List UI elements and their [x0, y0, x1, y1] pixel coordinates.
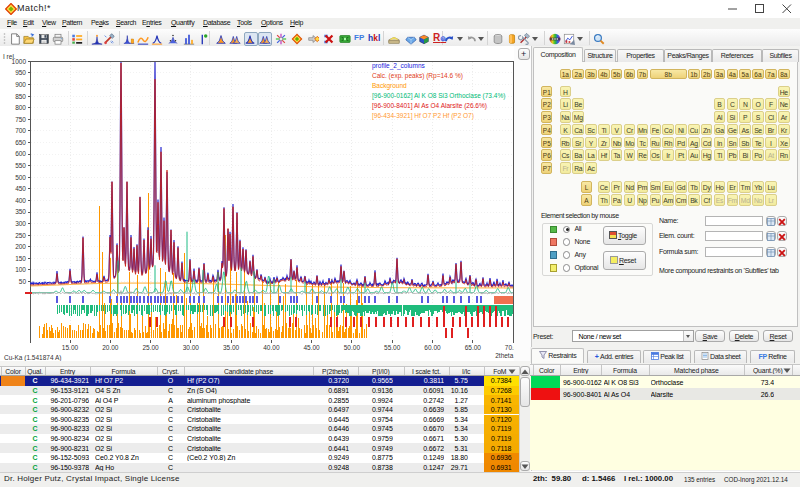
- svg-text:profile_2_columns: profile_2_columns: [372, 62, 426, 70]
- svg-text:500: 500: [15, 174, 26, 181]
- svg-text:60.00: 60.00: [424, 344, 441, 351]
- svg-text:400: 400: [15, 197, 26, 204]
- svg-text:700: 700: [15, 127, 26, 134]
- svg-text:550: 550: [15, 162, 26, 169]
- svg-text:2theta: 2theta: [495, 352, 513, 359]
- svg-text:[96-434-3921] Hf O7 P2 Hf (P2: [96-434-3921] Hf O7 P2 Hf (P2 O7): [372, 112, 474, 120]
- svg-text:850: 850: [15, 93, 26, 100]
- svg-text:250: 250: [15, 232, 26, 239]
- svg-text:900: 900: [15, 81, 26, 88]
- svg-text:[96-900-8401] Al As O4 Alarsi: [96-900-8401] Al As O4 Alarsite (26.6%): [372, 102, 487, 110]
- svg-text:65.00: 65.00: [465, 344, 482, 351]
- svg-text:600: 600: [15, 150, 26, 157]
- svg-text:200: 200: [15, 243, 26, 250]
- svg-text:800: 800: [15, 104, 26, 111]
- svg-text:25.00: 25.00: [142, 344, 159, 351]
- svg-text:50: 50: [19, 278, 27, 285]
- svg-text:350: 350: [15, 208, 26, 215]
- svg-text:750: 750: [15, 116, 26, 123]
- svg-text:I rel.: I rel.: [3, 53, 16, 60]
- svg-text:300: 300: [15, 220, 26, 227]
- svg-text:35.00: 35.00: [223, 344, 240, 351]
- svg-text:950: 950: [15, 69, 26, 76]
- svg-text:45.00: 45.00: [303, 344, 320, 351]
- svg-text:40.00: 40.00: [263, 344, 280, 351]
- svg-text:Calc. (exp. peaks) (Rp=14.6 %): Calc. (exp. peaks) (Rp=14.6 %): [372, 72, 463, 80]
- svg-text:50.00: 50.00: [344, 344, 361, 351]
- svg-text:30.00: 30.00: [183, 344, 200, 351]
- svg-text:15.00: 15.00: [62, 344, 79, 351]
- svg-text:55.00: 55.00: [384, 344, 401, 351]
- svg-text:20.00: 20.00: [102, 344, 119, 351]
- svg-text:Background: Background: [372, 82, 407, 90]
- svg-text:[96-900-0162] Al K O8 Si3 Ort: [96-900-0162] Al K O8 Si3 Orthoclase (73…: [372, 92, 505, 100]
- svg-text:100: 100: [15, 266, 26, 273]
- svg-text:450: 450: [15, 185, 26, 192]
- svg-text:150: 150: [15, 255, 26, 262]
- svg-text:650: 650: [15, 139, 26, 146]
